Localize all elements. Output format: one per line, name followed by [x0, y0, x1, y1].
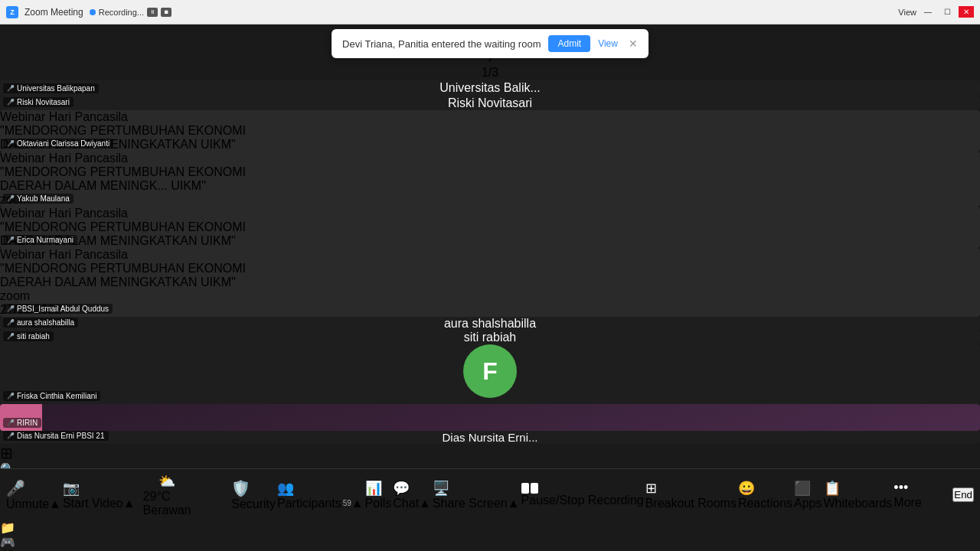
unmute-label: Unmute — [6, 497, 49, 511]
whiteboards-button[interactable]: 📋 Whiteboards — [824, 480, 893, 510]
apps-icon: ⬛ — [794, 480, 822, 497]
participant-label-12: 🎤 PBSI_Ismail Abdul Quddus — [3, 304, 113, 314]
recording-badge: Recording... ⏸ ⏹ — [90, 8, 172, 17]
view-button[interactable]: View — [598, 38, 618, 49]
security-button[interactable]: 🛡️ Security — [231, 479, 276, 511]
polls-button[interactable]: 📊 Polls — [365, 480, 392, 510]
participant-cell-2[interactable]: Universitas Balik... 🎤 Universitas Balik… — [0, 80, 980, 96]
stop-button[interactable]: ⏹ — [161, 8, 172, 17]
participant-cell-7[interactable]: Webinar Hari Pancasila"MENDORONG PERTUMB… — [0, 110, 980, 152]
participant-cell-10[interactable]: Webinar Hari Pancasila"MENDORONG PERTUMB… — [0, 207, 980, 248]
close-button[interactable]: ✕ — [959, 6, 974, 18]
participant-label-7: 🎤 Oktaviani Clarissa Dwiyanti — [3, 139, 113, 148]
steam-icon[interactable]: 🎮 — [0, 535, 980, 549]
notification-close[interactable]: ✕ — [629, 37, 638, 50]
pause-stop-button[interactable]: Pause/Stop Recording — [521, 483, 644, 507]
stop-icon — [531, 483, 538, 494]
participant-name-5: Riski Novitasari — [17, 98, 70, 106]
window-controls: View — ☐ ✕ — [892, 6, 974, 18]
pause-icon — [521, 483, 529, 494]
webinar-poster-12: Webinar Hari Pancasila"MENDORONG PERTUMB… — [0, 248, 980, 317]
weather-widget: ⛅ 29°CBerawan — [137, 470, 198, 520]
participant-label-5: 🎤 Riski Novitasari — [3, 97, 74, 107]
apps-label: Apps — [794, 497, 822, 510]
chat-button[interactable]: 💬 Chat ▲ — [393, 480, 431, 510]
notification-bar: Devi Triana, Panitia entered the waiting… — [332, 29, 648, 58]
participant-name-display-5: Riski Novitasari — [442, 96, 538, 110]
participant-label-23: 🎤 RIRIN — [3, 418, 41, 428]
unmute-button[interactable]: 🎤 Unmute ▲ — [6, 479, 61, 511]
participant-name-24: Dias Nursita Erni PBSI 21 — [17, 432, 105, 440]
folder-icon[interactable]: 📁 — [0, 520, 980, 535]
titlebar-left: Z Zoom Meeting Recording... ⏸ ⏹ — [6, 6, 172, 18]
participant-cell-24[interactable]: Dias Nursita Erni... 🎤 Dias Nursita Erni… — [0, 431, 980, 444]
chat-icon: 💬 — [393, 480, 431, 497]
notification-message: Devi Triana, Panitia entered the waiting… — [342, 38, 541, 50]
reactions-icon: 😀 — [738, 480, 792, 497]
participant-name-display-2: Universitas Balik... — [433, 80, 547, 96]
participant-name-21: Friska Cinthia Kemiliani — [17, 392, 96, 400]
start-video-label-group: Start Video ▲ — [63, 497, 136, 510]
share-screen-label: Share Screen — [433, 497, 508, 510]
pause-stop-icons — [521, 483, 644, 494]
zoom-logo-12: zoom — [0, 289, 980, 303]
toolbar-right: End — [952, 487, 974, 502]
video-feed-23 — [0, 404, 980, 431]
participant-cell-23[interactable]: 🎤 RIRIN — [0, 404, 980, 431]
apps-button[interactable]: ⬛ Apps — [794, 480, 822, 510]
zoom-icon: Z — [6, 6, 18, 18]
view-button[interactable]: View — [898, 8, 916, 17]
nav-page-right: 1/3 — [482, 66, 498, 80]
reactions-button[interactable]: 😀 Reactions — [738, 480, 792, 510]
mic-icon: 🎤 — [6, 479, 61, 497]
breakout-rooms-button[interactable]: ⊞ Breakout Rooms — [645, 480, 737, 510]
participant-label-10: 🎤 Erica Nurmayani — [3, 235, 77, 245]
participant-cell-20[interactable]: siti rabiah 🎤 siti rabiah — [0, 331, 980, 344]
security-icon: 🛡️ — [231, 479, 276, 497]
participants-button[interactable]: 👥 Participants 59 ▲ — [277, 480, 364, 510]
titlebar: Z Zoom Meeting Recording... ⏸ ⏹ View — ☐… — [0, 0, 980, 24]
start-video-button[interactable]: 📷 Start Video ▲ — [63, 480, 136, 510]
participant-name-7: Oktaviani Clarissa Dwiyanti — [17, 139, 109, 148]
zoom-logo-9: zoom — [0, 193, 980, 207]
more-button[interactable]: ••• More — [893, 480, 921, 510]
video-grid: 🎤 Dr.Ashari Sofyauni,MM Universitas Bali… — [0, 80, 980, 444]
recording-label: Recording... — [99, 8, 144, 17]
participant-cell-17[interactable]: aura shalshabilla 🎤 aura shalshabilla — [0, 317, 980, 331]
participant-label-20: 🎤 siti rabiah — [3, 331, 54, 341]
participant-cell-9[interactable]: Webinar Hari Pancasila"MENDORONG PERTUMB… — [0, 152, 980, 207]
poster-text-9: Webinar Hari Pancasila"MENDORONG PERTUMB… — [0, 152, 980, 193]
participant-name-display-17: aura shalshabilla — [438, 317, 542, 331]
recording-dot — [90, 9, 96, 15]
minimize-button[interactable]: — — [920, 6, 936, 18]
participants-label-group: Participants 59 ▲ — [277, 497, 364, 510]
maximize-button[interactable]: ☐ — [939, 6, 956, 18]
whiteboards-label: Whiteboards — [824, 497, 893, 510]
participant-label-21: 🎤 Friska Cinthia Kemiliani — [3, 391, 100, 401]
weather-label: 29°CBerawan — [143, 490, 191, 517]
participant-cell-5[interactable]: Riski Novitasari 🎤 Riski Novitasari — [0, 96, 980, 110]
unmute-label-group: Unmute ▲ — [6, 497, 61, 511]
participant-name-12: PBSI_Ismail Abdul Quddus — [17, 305, 109, 313]
start-menu-icon[interactable]: ⊞ — [0, 444, 980, 462]
pause-button[interactable]: ⏸ — [147, 8, 158, 17]
more-icon: ••• — [893, 480, 921, 496]
main-content: ‹ 1/3 › 1/3 🎤 Dr.Ashari Sofyauni,MM — [0, 24, 980, 444]
share-screen-button[interactable]: 🖥️ Share Screen ▲ — [433, 480, 520, 510]
pause-stop-label: Pause/Stop Recording — [521, 494, 644, 507]
admit-button[interactable]: Admit — [548, 35, 590, 52]
webinar-poster-9: Webinar Hari Pancasila"MENDORONG PERTUMB… — [0, 152, 980, 207]
participant-label-17: 🎤 aura shalshabilla — [3, 318, 78, 328]
reactions-label: Reactions — [738, 497, 792, 510]
participant-cell-21[interactable]: F 🎤 Friska Cinthia Kemiliani — [0, 344, 980, 404]
participant-cell-12[interactable]: Webinar Hari Pancasila"MENDORONG PERTUMB… — [0, 248, 980, 317]
participant-label-24: 🎤 Dias Nursita Erni PBSI 21 — [3, 431, 109, 441]
participant-initial-21: F — [463, 344, 517, 398]
poster-text-7: Webinar Hari Pancasila"MENDORONG PERTUMB… — [0, 110, 980, 152]
end-button[interactable]: End — [952, 487, 974, 502]
participant-name-10: Erica Nurmayani — [17, 236, 74, 244]
participants-count: 59 — [343, 499, 351, 507]
participant-label-9: 🎤 Yakub Maulana — [3, 194, 74, 204]
participants-label: Participants — [277, 497, 341, 510]
chat-label: Chat — [393, 497, 419, 510]
